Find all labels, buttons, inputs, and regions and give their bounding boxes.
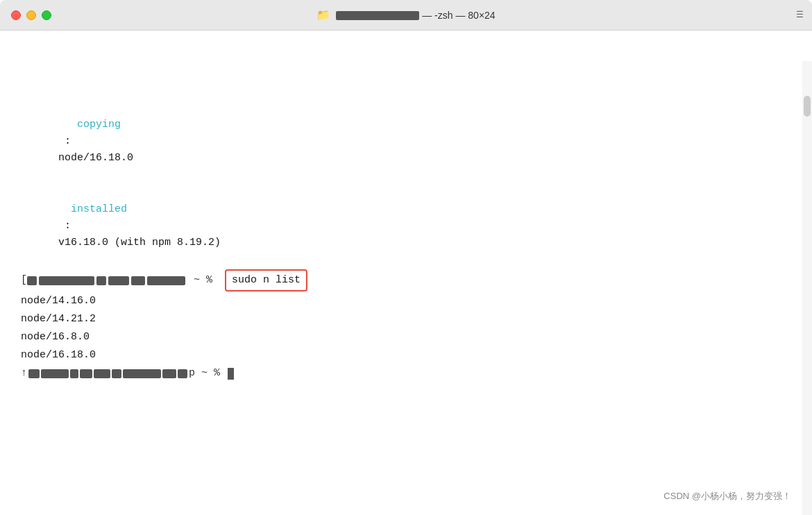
blurred-final7 xyxy=(123,369,161,378)
menu-icon[interactable]: ☰ xyxy=(793,8,806,22)
prompt-command-line: [ ~ % sudo n list xyxy=(21,269,791,292)
title-blurred-part: — -zsh — 80×24 xyxy=(336,10,495,21)
blurred-hostname xyxy=(336,11,419,20)
scrollbar-thumb[interactable] xyxy=(804,96,811,117)
title-bar: 📁 — -zsh — 80×24 ☰ xyxy=(0,0,812,31)
blurred-char xyxy=(27,276,37,285)
blurred-final4 xyxy=(80,369,92,378)
terminal-body: copying : node/16.18.0 installed : v16.1… xyxy=(0,31,812,515)
scrollbar-track[interactable] xyxy=(802,61,812,515)
blurred-path2 xyxy=(147,276,185,285)
installed-line: installed : v16.18.0 (with npm 8.19.2) xyxy=(21,185,791,268)
watermark: CSDN @小杨小杨，努力变强！ xyxy=(663,490,791,503)
blurred-char3 xyxy=(108,276,129,285)
copying-line: copying : node/16.18.0 xyxy=(21,100,791,183)
prompt-bracket-open: [ xyxy=(21,272,27,289)
blurred-char4 xyxy=(131,276,145,285)
prompt-tilde: ~ % xyxy=(187,272,225,289)
blurred-final6 xyxy=(112,369,121,378)
copying-separator: : xyxy=(58,135,77,147)
copying-label: copying xyxy=(58,119,121,130)
cursor xyxy=(228,368,234,380)
installed-separator: : xyxy=(58,220,77,232)
installed-value: v16.18.0 (with npm 8.19.2) xyxy=(58,237,221,248)
node-version-3: node/16.8.0 xyxy=(21,329,791,346)
blurred-final8 xyxy=(162,369,176,378)
blurred-final2 xyxy=(41,369,69,378)
installed-label: installed xyxy=(58,203,127,215)
copying-value: node/16.18.0 xyxy=(58,152,133,164)
title-bar-content: 📁 — -zsh — 80×24 xyxy=(316,8,495,22)
node-version-1: node/14.16.0 xyxy=(21,293,791,310)
traffic-lights xyxy=(11,10,51,20)
blurred-final5 xyxy=(94,369,110,378)
maximize-button[interactable] xyxy=(42,10,51,20)
node-version-2: node/14.21.2 xyxy=(21,311,791,328)
command-text: sudo n list xyxy=(225,269,307,292)
terminal-window: 📁 — -zsh — 80×24 ☰ copying : node/16.18.… xyxy=(0,0,812,515)
minimize-button[interactable] xyxy=(26,10,36,20)
final-prompt-line: ↑ p ~ % xyxy=(21,365,791,382)
blurred-final3 xyxy=(70,369,78,378)
blurred-char2 xyxy=(96,276,106,285)
close-button[interactable] xyxy=(11,10,21,20)
hamburger-icon: ☰ xyxy=(796,10,804,20)
title-suffix: — -zsh — 80×24 xyxy=(422,10,495,21)
blurred-path1 xyxy=(39,276,94,285)
blurred-final1 xyxy=(28,369,40,378)
folder-icon: 📁 xyxy=(316,8,330,22)
final-prompt-char: ↑ xyxy=(21,365,27,382)
final-tilde: p ~ % xyxy=(189,365,226,382)
node-version-4: node/16.18.0 xyxy=(21,347,791,364)
blurred-final9 xyxy=(178,369,187,378)
